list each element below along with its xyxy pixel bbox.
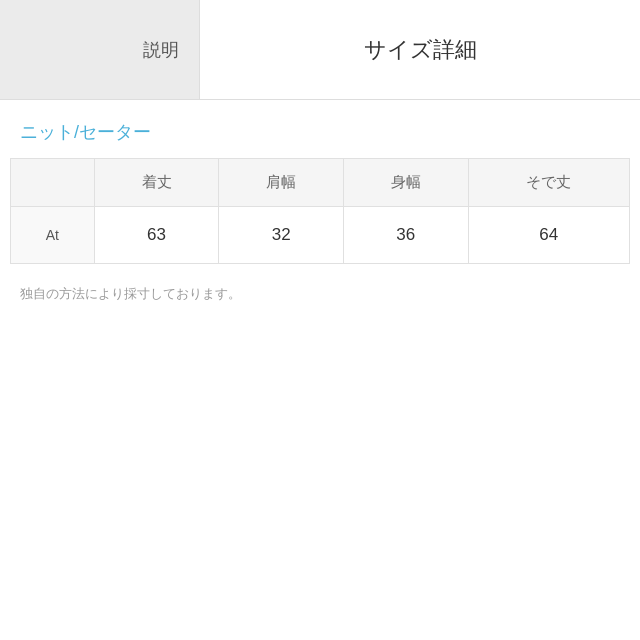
table-header-row: 着丈 肩幅 身幅 そで丈	[11, 159, 630, 207]
tab-header: 説明 サイズ詳細	[0, 0, 640, 100]
cell-kittake: 63	[94, 207, 219, 264]
note-section: 独自の方法により採寸しております。	[0, 264, 640, 313]
page-wrapper: 説明 サイズ詳細 ニット/セーター 着丈 肩幅 身幅 そで丈 At	[0, 0, 640, 640]
col-header-mihaba: 身幅	[343, 159, 468, 207]
table-row: At 63 32 36 64	[11, 207, 630, 264]
cell-sodedake: 64	[468, 207, 629, 264]
col-header-empty	[11, 159, 95, 207]
size-table: 着丈 肩幅 身幅 そで丈 At 63 32 36 64	[10, 158, 630, 264]
cell-katahaba: 32	[219, 207, 344, 264]
tab-description[interactable]: 説明	[0, 0, 200, 99]
size-table-wrapper: 着丈 肩幅 身幅 そで丈 At 63 32 36 64	[0, 154, 640, 264]
col-header-katahaba: 肩幅	[219, 159, 344, 207]
col-header-kittake: 着丈	[94, 159, 219, 207]
category-section: ニット/セーター	[0, 100, 640, 154]
row-label-at: At	[11, 207, 95, 264]
tab-size-detail-label: サイズ詳細	[364, 35, 477, 65]
cell-mihaba: 36	[343, 207, 468, 264]
note-text: 独自の方法により採寸しております。	[20, 286, 241, 301]
col-header-sodedake: そで丈	[468, 159, 629, 207]
category-label: ニット/セーター	[20, 122, 151, 142]
tab-size-detail[interactable]: サイズ詳細	[200, 0, 640, 99]
tab-description-label: 説明	[143, 38, 179, 62]
